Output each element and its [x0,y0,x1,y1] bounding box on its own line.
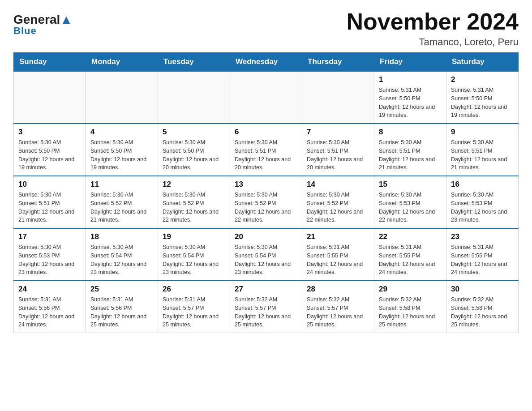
day-info: Sunrise: 5:30 AMSunset: 5:54 PMDaylight:… [163,243,225,277]
day-number: 2 [451,75,514,84]
calendar-day-cell: 17Sunrise: 5:30 AMSunset: 5:53 PMDayligh… [14,228,86,281]
calendar-day-cell: 26Sunrise: 5:31 AMSunset: 5:57 PMDayligh… [158,281,230,333]
calendar-day-cell [302,71,374,124]
day-number: 29 [379,285,442,294]
day-info: Sunrise: 5:30 AMSunset: 5:52 PMDaylight:… [235,191,297,224]
calendar-week-row: 3Sunrise: 5:30 AMSunset: 5:50 PMDaylight… [14,124,519,176]
day-info: Sunrise: 5:30 AMSunset: 5:54 PMDaylight:… [90,243,153,277]
day-number: 16 [451,180,514,189]
calendar-day-cell: 23Sunrise: 5:31 AMSunset: 5:55 PMDayligh… [446,228,519,281]
day-info: Sunrise: 5:30 AMSunset: 5:53 PMDaylight:… [18,243,81,277]
day-number: 23 [451,232,514,241]
day-number: 19 [163,232,225,241]
day-info: Sunrise: 5:32 AMSunset: 5:58 PMDaylight:… [451,295,514,329]
day-number: 3 [18,128,81,137]
day-number: 20 [235,232,297,241]
day-info: Sunrise: 5:30 AMSunset: 5:53 PMDaylight:… [379,191,442,224]
logo-general-blue: ▲ [60,13,73,26]
day-number: 9 [451,128,514,137]
calendar-day-cell: 9Sunrise: 5:30 AMSunset: 5:51 PMDaylight… [446,124,519,176]
calendar-day-cell: 30Sunrise: 5:32 AMSunset: 5:58 PMDayligh… [446,281,519,333]
month-title: November 2024 [347,9,519,34]
day-info: Sunrise: 5:32 AMSunset: 5:57 PMDaylight:… [307,295,369,329]
calendar-table: SundayMondayTuesdayWednesdayThursdayFrid… [13,52,519,333]
weekday-header-thursday: Thursday [302,53,374,72]
day-number: 18 [90,232,153,241]
calendar-day-cell: 5Sunrise: 5:30 AMSunset: 5:50 PMDaylight… [158,124,230,176]
day-info: Sunrise: 5:30 AMSunset: 5:51 PMDaylight:… [379,138,442,172]
day-info: Sunrise: 5:31 AMSunset: 5:55 PMDaylight:… [307,243,369,277]
day-number: 4 [90,128,153,137]
calendar-week-row: 10Sunrise: 5:30 AMSunset: 5:51 PMDayligh… [14,176,519,228]
day-number: 26 [163,285,225,294]
day-info: Sunrise: 5:30 AMSunset: 5:52 PMDaylight:… [163,191,225,224]
calendar-day-cell: 25Sunrise: 5:31 AMSunset: 5:56 PMDayligh… [86,281,158,333]
day-info: Sunrise: 5:31 AMSunset: 5:57 PMDaylight:… [163,295,225,329]
day-info: Sunrise: 5:30 AMSunset: 5:52 PMDaylight:… [90,191,153,224]
location-title: Tamanco, Loreto, Peru [347,36,519,48]
day-info: Sunrise: 5:31 AMSunset: 5:50 PMDaylight:… [379,86,442,120]
calendar-day-cell: 12Sunrise: 5:30 AMSunset: 5:52 PMDayligh… [158,176,230,228]
calendar-day-cell: 14Sunrise: 5:30 AMSunset: 5:52 PMDayligh… [302,176,374,228]
day-info: Sunrise: 5:32 AMSunset: 5:57 PMDaylight:… [235,295,297,329]
calendar-day-cell: 16Sunrise: 5:30 AMSunset: 5:53 PMDayligh… [446,176,519,228]
calendar-day-cell [86,71,158,124]
calendar-week-row: 17Sunrise: 5:30 AMSunset: 5:53 PMDayligh… [14,228,519,281]
day-number: 25 [90,285,153,294]
calendar-day-cell: 19Sunrise: 5:30 AMSunset: 5:54 PMDayligh… [158,228,230,281]
day-info: Sunrise: 5:30 AMSunset: 5:51 PMDaylight:… [307,138,369,172]
calendar-day-cell: 8Sunrise: 5:30 AMSunset: 5:51 PMDaylight… [374,124,446,176]
calendar-day-cell: 20Sunrise: 5:30 AMSunset: 5:54 PMDayligh… [230,228,302,281]
weekday-header-tuesday: Tuesday [158,53,230,72]
logo-general: General [13,13,60,26]
day-info: Sunrise: 5:30 AMSunset: 5:50 PMDaylight:… [163,138,225,172]
day-number: 1 [379,75,442,84]
calendar-day-cell: 21Sunrise: 5:31 AMSunset: 5:55 PMDayligh… [302,228,374,281]
day-info: Sunrise: 5:30 AMSunset: 5:51 PMDaylight:… [18,191,81,224]
weekday-header-wednesday: Wednesday [230,53,302,72]
day-number: 30 [451,285,514,294]
calendar-day-cell: 7Sunrise: 5:30 AMSunset: 5:51 PMDaylight… [302,124,374,176]
day-number: 7 [307,128,369,137]
calendar-day-cell: 13Sunrise: 5:30 AMSunset: 5:52 PMDayligh… [230,176,302,228]
calendar-day-cell: 27Sunrise: 5:32 AMSunset: 5:57 PMDayligh… [230,281,302,333]
day-number: 17 [18,232,81,241]
logo-text: General ▲ [13,13,73,26]
day-number: 22 [379,232,442,241]
calendar-day-cell [230,71,302,124]
day-number: 5 [163,128,225,137]
calendar-day-cell: 15Sunrise: 5:30 AMSunset: 5:53 PMDayligh… [374,176,446,228]
page-header: General ▲ Blue November 2024 Tamanco, Lo… [13,9,519,48]
weekday-header-sunday: Sunday [14,53,86,72]
calendar-day-cell [14,71,86,124]
logo: General ▲ Blue [13,9,73,37]
day-number: 6 [235,128,297,137]
weekday-header-monday: Monday [86,53,158,72]
day-number: 12 [163,180,225,189]
day-info: Sunrise: 5:31 AMSunset: 5:56 PMDaylight:… [90,295,153,329]
day-number: 13 [235,180,297,189]
logo-blue: Blue [13,25,37,37]
calendar-day-cell: 4Sunrise: 5:30 AMSunset: 5:50 PMDaylight… [86,124,158,176]
calendar-day-cell [158,71,230,124]
day-number: 14 [307,180,369,189]
calendar-day-cell: 29Sunrise: 5:32 AMSunset: 5:58 PMDayligh… [374,281,446,333]
day-info: Sunrise: 5:30 AMSunset: 5:54 PMDaylight:… [235,243,297,277]
day-info: Sunrise: 5:30 AMSunset: 5:50 PMDaylight:… [18,138,81,172]
day-info: Sunrise: 5:31 AMSunset: 5:55 PMDaylight:… [451,243,514,277]
calendar-day-cell: 10Sunrise: 5:30 AMSunset: 5:51 PMDayligh… [14,176,86,228]
calendar-day-cell: 22Sunrise: 5:31 AMSunset: 5:55 PMDayligh… [374,228,446,281]
calendar-week-row: 1Sunrise: 5:31 AMSunset: 5:50 PMDaylight… [14,71,519,124]
day-number: 28 [307,285,369,294]
day-info: Sunrise: 5:30 AMSunset: 5:53 PMDaylight:… [451,191,514,224]
day-info: Sunrise: 5:30 AMSunset: 5:50 PMDaylight:… [90,138,153,172]
calendar-day-cell: 24Sunrise: 5:31 AMSunset: 5:56 PMDayligh… [14,281,86,333]
calendar-day-cell: 6Sunrise: 5:30 AMSunset: 5:51 PMDaylight… [230,124,302,176]
calendar-day-cell: 28Sunrise: 5:32 AMSunset: 5:57 PMDayligh… [302,281,374,333]
day-info: Sunrise: 5:32 AMSunset: 5:58 PMDaylight:… [379,295,442,329]
day-number: 10 [18,180,81,189]
weekday-header-row: SundayMondayTuesdayWednesdayThursdayFrid… [14,53,519,72]
day-info: Sunrise: 5:30 AMSunset: 5:52 PMDaylight:… [307,191,369,224]
day-number: 24 [18,285,81,294]
calendar-day-cell: 18Sunrise: 5:30 AMSunset: 5:54 PMDayligh… [86,228,158,281]
